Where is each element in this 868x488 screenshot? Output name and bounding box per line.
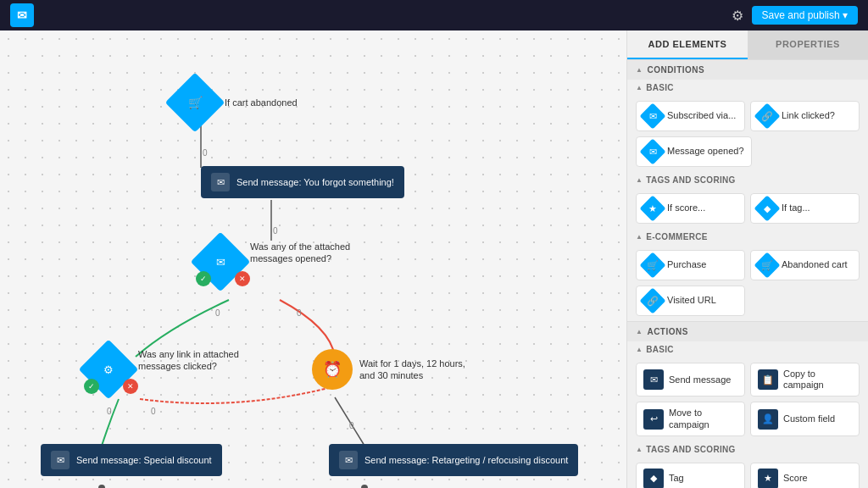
send-message-1-label: Send message: You forgot something! bbox=[236, 177, 394, 187]
tag-icon: ◆ bbox=[643, 469, 664, 488]
main-area: 0 0 0 0 0 0 0 0 0 bbox=[0, 30, 868, 488]
basic-conditions-grid: ✉ Subscribed via... 🔗 Link clicked? ✉ Me… bbox=[627, 96, 868, 172]
right-panel: ADD ELEMENTS PROPERTIES ▲ CONDITIONS ▲ B… bbox=[626, 30, 868, 488]
visited-url-icon: 🔗 bbox=[639, 287, 665, 313]
score-icon: ★ bbox=[758, 469, 778, 488]
tab-add-elements[interactable]: ADD ELEMENTS bbox=[627, 30, 748, 59]
panel-item-move-campaign[interactable]: ↩ Move to campaign bbox=[636, 402, 745, 435]
save-publish-button[interactable]: Save and publish ▾ bbox=[752, 6, 858, 25]
custom-field-icon: 👤 bbox=[758, 409, 778, 430]
tags-scoring-conditions-header[interactable]: ▲ TAGS AND SCORING bbox=[627, 172, 868, 188]
wait-label: Wait for 1 days, 12 hours, and 30 minute… bbox=[359, 358, 470, 382]
actions-section-header[interactable]: ▲ ACTIONS bbox=[627, 321, 868, 341]
svg-text:0: 0 bbox=[215, 308, 220, 318]
svg-line-8 bbox=[335, 397, 364, 446]
send-message-1-node[interactable]: ✉ Send message: You forgot something! bbox=[201, 166, 404, 198]
panel-item-copy-campaign[interactable]: 📋 Copy to campaign bbox=[750, 363, 860, 396]
conditions-arrow: ▲ bbox=[636, 66, 643, 74]
tags-scoring-actions-grid: ◆ Tag ★ Score bbox=[627, 458, 868, 488]
send-message-3-label: Send message: Retargeting / refocusing d… bbox=[364, 455, 568, 465]
move-campaign-icon: ↩ bbox=[643, 409, 664, 430]
conditions-section-header[interactable]: ▲ CONDITIONS bbox=[627, 59, 868, 80]
tags-scoring-conditions-grid: ★ If score... ◆ If tag... bbox=[627, 188, 868, 229]
svg-text:0: 0 bbox=[273, 226, 278, 236]
send-message-2-node[interactable]: ✉ Send message: Special discount bbox=[41, 444, 222, 476]
no-badge: ✕ bbox=[235, 271, 250, 286]
yes-badge2: ✓ bbox=[84, 379, 99, 394]
basic-actions-header[interactable]: ▲ BASIC bbox=[627, 341, 868, 358]
panel-tabs: ADD ELEMENTS PROPERTIES bbox=[627, 30, 868, 59]
panel-item-subscribed[interactable]: ✉ Subscribed via... bbox=[636, 101, 745, 131]
send-message-2-label: Send message: Special discount bbox=[76, 455, 212, 465]
yes-badge: ✓ bbox=[196, 271, 211, 286]
actions-arrow: ▲ bbox=[636, 328, 643, 336]
panel-item-if-score[interactable]: ★ If score... bbox=[636, 193, 745, 224]
copy-campaign-icon: 📋 bbox=[758, 369, 778, 390]
svg-text:0: 0 bbox=[107, 407, 112, 416]
was-opened-node[interactable]: ✉ ✓ ✕ Was any of the attached messages o… bbox=[199, 241, 360, 283]
svg-point-10 bbox=[98, 485, 105, 488]
ecommerce-grid: 🛒 Purchase 🛒 Abandoned cart 🔗 Visited UR… bbox=[627, 245, 868, 321]
conditions-label: CONDITIONS bbox=[647, 65, 704, 75]
panel-item-purchase[interactable]: 🛒 Purchase bbox=[636, 250, 745, 280]
panel-item-abandoned-cart[interactable]: 🛒 Abandoned cart bbox=[750, 250, 860, 280]
purchase-icon: 🛒 bbox=[639, 252, 665, 278]
panel-item-message-opened[interactable]: ✉ Message opened? bbox=[636, 136, 752, 167]
basic-conditions-header[interactable]: ▲ BASIC bbox=[627, 80, 868, 96]
was-clicked-node[interactable]: ⚙ ✓ ✕ Was any link in attached messages … bbox=[87, 348, 240, 391]
topbar: ✉ ⚙ Save and publish ▾ bbox=[0, 0, 868, 30]
svg-text:0: 0 bbox=[297, 308, 302, 318]
workflow-canvas[interactable]: 0 0 0 0 0 0 0 0 0 bbox=[0, 30, 626, 488]
send-message-icon: ✉ bbox=[643, 369, 664, 390]
tab-properties[interactable]: PROPERTIES bbox=[748, 30, 868, 59]
was-clicked-label: Was any link in attached messages clicke… bbox=[138, 348, 240, 373]
no-badge2: ✕ bbox=[123, 379, 138, 394]
app-logo: ✉ bbox=[10, 3, 34, 27]
panel-item-if-tag[interactable]: ◆ If tag... bbox=[750, 193, 860, 224]
actions-label: ACTIONS bbox=[647, 327, 688, 336]
panel-item-send-message[interactable]: ✉ Send message bbox=[636, 363, 745, 396]
if-score-icon: ★ bbox=[639, 195, 665, 221]
was-opened-label: Was any of the attached messages opened? bbox=[250, 241, 360, 265]
svg-point-12 bbox=[361, 485, 368, 488]
svg-text:0: 0 bbox=[151, 407, 156, 416]
basic-actions-grid: ✉ Send message 📋 Copy to campaign ↩ Move… bbox=[627, 358, 868, 441]
if-cart-node[interactable]: 🛒 If cart abandoned bbox=[174, 81, 298, 124]
panel-item-score[interactable]: ★ Score bbox=[750, 463, 860, 488]
send-message-3-node[interactable]: ✉ Send message: Retargeting / refocusing… bbox=[329, 444, 578, 476]
link-clicked-icon: 🔗 bbox=[754, 103, 780, 129]
svg-text:0: 0 bbox=[203, 148, 208, 158]
svg-text:0: 0 bbox=[349, 421, 354, 430]
tags-scoring-actions-header[interactable]: ▲ TAGS AND SCORING bbox=[627, 441, 868, 458]
if-tag-icon: ◆ bbox=[754, 195, 780, 221]
ecommerce-header[interactable]: ▲ E-COMMERCE bbox=[627, 229, 868, 245]
panel-item-tag[interactable]: ◆ Tag bbox=[636, 463, 745, 488]
abandoned-cart-icon: 🛒 bbox=[754, 252, 780, 278]
if-cart-label: If cart abandoned bbox=[225, 97, 298, 108]
subscribed-icon: ✉ bbox=[639, 103, 665, 129]
panel-item-link-clicked[interactable]: 🔗 Link clicked? bbox=[750, 101, 860, 131]
panel-item-visited-url[interactable]: 🔗 Visited URL bbox=[636, 286, 745, 316]
message-opened-icon: ✉ bbox=[639, 138, 665, 164]
panel-item-custom-field[interactable]: 👤 Custom field bbox=[750, 402, 860, 435]
wait-node[interactable]: ⏰ Wait for 1 days, 12 hours, and 30 minu… bbox=[312, 349, 470, 390]
settings-button[interactable]: ⚙ bbox=[732, 8, 743, 24]
